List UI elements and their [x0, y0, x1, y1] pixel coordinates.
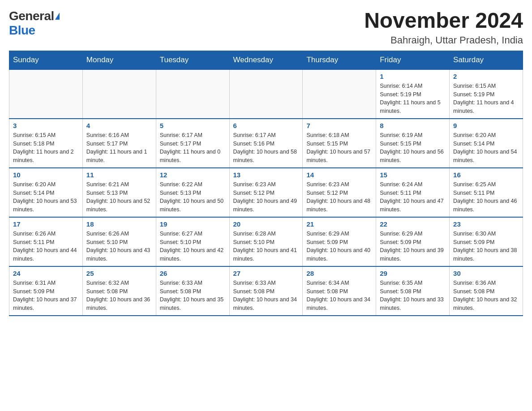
calendar-cell: 24Sunrise: 6:31 AM Sunset: 5:09 PM Dayli… — [9, 266, 83, 316]
calendar-cell — [82, 69, 156, 119]
header-row: SundayMondayTuesdayWednesdayThursdayFrid… — [9, 51, 523, 69]
header-monday: Monday — [82, 51, 156, 69]
day-number: 24 — [13, 270, 79, 277]
title-section: November 2024 Bahraigh, Uttar Pradesh, I… — [364, 9, 523, 46]
day-number: 19 — [160, 220, 226, 228]
calendar-cell: 22Sunrise: 6:29 AM Sunset: 5:09 PM Dayli… — [376, 217, 450, 266]
day-number: 6 — [233, 122, 299, 129]
calendar-cell: 9Sunrise: 6:20 AM Sunset: 5:14 PM Daylig… — [450, 119, 523, 168]
day-number: 7 — [306, 122, 372, 129]
day-info: Sunrise: 6:27 AM Sunset: 5:10 PM Dayligh… — [160, 230, 226, 263]
day-info: Sunrise: 6:23 AM Sunset: 5:12 PM Dayligh… — [233, 180, 299, 214]
header-friday: Friday — [376, 51, 450, 69]
day-info: Sunrise: 6:31 AM Sunset: 5:09 PM Dayligh… — [13, 279, 79, 313]
day-info: Sunrise: 6:36 AM Sunset: 5:08 PM Dayligh… — [453, 279, 519, 313]
day-number: 1 — [380, 73, 446, 80]
calendar-cell: 20Sunrise: 6:28 AM Sunset: 5:10 PM Dayli… — [229, 217, 303, 266]
day-number: 26 — [160, 270, 226, 277]
day-number: 21 — [306, 220, 372, 228]
calendar-week-3: 10Sunrise: 6:20 AM Sunset: 5:14 PM Dayli… — [9, 168, 523, 217]
day-info: Sunrise: 6:17 AM Sunset: 5:17 PM Dayligh… — [160, 131, 226, 165]
calendar-cell: 29Sunrise: 6:35 AM Sunset: 5:08 PM Dayli… — [376, 266, 450, 316]
calendar-cell: 21Sunrise: 6:29 AM Sunset: 5:09 PM Dayli… — [303, 217, 376, 266]
day-number: 30 — [453, 270, 519, 277]
calendar-cell: 6Sunrise: 6:17 AM Sunset: 5:16 PM Daylig… — [229, 119, 303, 168]
day-number: 10 — [13, 171, 79, 179]
calendar-cell: 27Sunrise: 6:33 AM Sunset: 5:08 PM Dayli… — [229, 266, 303, 316]
calendar-cell — [156, 69, 229, 119]
header-thursday: Thursday — [303, 51, 376, 69]
calendar-cell: 23Sunrise: 6:30 AM Sunset: 5:09 PM Dayli… — [450, 217, 523, 266]
logo-general-text: General — [9, 9, 54, 23]
calendar-cell — [229, 69, 303, 119]
day-info: Sunrise: 6:26 AM Sunset: 5:11 PM Dayligh… — [13, 230, 79, 263]
day-info: Sunrise: 6:35 AM Sunset: 5:08 PM Dayligh… — [380, 279, 446, 313]
calendar-cell: 5Sunrise: 6:17 AM Sunset: 5:17 PM Daylig… — [156, 119, 229, 168]
day-info: Sunrise: 6:30 AM Sunset: 5:09 PM Dayligh… — [453, 230, 519, 263]
header-wednesday: Wednesday — [229, 51, 303, 69]
day-info: Sunrise: 6:29 AM Sunset: 5:09 PM Dayligh… — [306, 230, 372, 263]
logo-blue-text: Blue — [9, 23, 35, 38]
calendar-cell: 2Sunrise: 6:15 AM Sunset: 5:19 PM Daylig… — [450, 69, 523, 119]
calendar-cell: 26Sunrise: 6:33 AM Sunset: 5:08 PM Dayli… — [156, 266, 229, 316]
calendar-week-4: 17Sunrise: 6:26 AM Sunset: 5:11 PM Dayli… — [9, 217, 523, 266]
calendar-cell: 16Sunrise: 6:25 AM Sunset: 5:11 PM Dayli… — [450, 168, 523, 217]
logo: General Blue — [9, 9, 60, 38]
day-number: 14 — [306, 171, 372, 179]
day-number: 28 — [306, 270, 372, 277]
header-tuesday: Tuesday — [156, 51, 229, 69]
logo-triangle-icon — [55, 13, 60, 20]
calendar-cell: 8Sunrise: 6:19 AM Sunset: 5:15 PM Daylig… — [376, 119, 450, 168]
day-number: 27 — [233, 270, 299, 277]
day-number: 23 — [453, 220, 519, 228]
day-number: 15 — [380, 171, 446, 179]
calendar-cell: 13Sunrise: 6:23 AM Sunset: 5:12 PM Dayli… — [229, 168, 303, 217]
day-info: Sunrise: 6:20 AM Sunset: 5:14 PM Dayligh… — [13, 180, 79, 214]
day-number: 20 — [233, 220, 299, 228]
day-info: Sunrise: 6:22 AM Sunset: 5:13 PM Dayligh… — [160, 180, 226, 214]
day-info: Sunrise: 6:34 AM Sunset: 5:08 PM Dayligh… — [306, 279, 372, 313]
day-number: 4 — [86, 122, 152, 129]
day-info: Sunrise: 6:14 AM Sunset: 5:19 PM Dayligh… — [380, 82, 446, 116]
calendar-cell: 28Sunrise: 6:34 AM Sunset: 5:08 PM Dayli… — [303, 266, 376, 316]
day-number: 5 — [160, 122, 226, 129]
day-number: 13 — [233, 171, 299, 179]
day-info: Sunrise: 6:16 AM Sunset: 5:17 PM Dayligh… — [86, 131, 152, 165]
calendar-body: 1Sunrise: 6:14 AM Sunset: 5:19 PM Daylig… — [9, 69, 523, 316]
day-info: Sunrise: 6:26 AM Sunset: 5:10 PM Dayligh… — [86, 230, 152, 263]
calendar-cell: 14Sunrise: 6:23 AM Sunset: 5:12 PM Dayli… — [303, 168, 376, 217]
header-saturday: Saturday — [450, 51, 523, 69]
calendar-cell: 15Sunrise: 6:24 AM Sunset: 5:11 PM Dayli… — [376, 168, 450, 217]
calendar-cell: 4Sunrise: 6:16 AM Sunset: 5:17 PM Daylig… — [82, 119, 156, 168]
calendar-week-1: 1Sunrise: 6:14 AM Sunset: 5:19 PM Daylig… — [9, 69, 523, 119]
day-info: Sunrise: 6:17 AM Sunset: 5:16 PM Dayligh… — [233, 131, 299, 165]
calendar-cell — [303, 69, 376, 119]
day-number: 17 — [13, 220, 79, 228]
calendar-week-5: 24Sunrise: 6:31 AM Sunset: 5:09 PM Dayli… — [9, 266, 523, 316]
day-info: Sunrise: 6:24 AM Sunset: 5:11 PM Dayligh… — [380, 180, 446, 214]
day-number: 16 — [453, 171, 519, 179]
day-info: Sunrise: 6:18 AM Sunset: 5:15 PM Dayligh… — [306, 131, 372, 165]
day-number: 3 — [13, 122, 79, 129]
calendar-cell: 3Sunrise: 6:15 AM Sunset: 5:18 PM Daylig… — [9, 119, 83, 168]
calendar-cell: 25Sunrise: 6:32 AM Sunset: 5:08 PM Dayli… — [82, 266, 156, 316]
day-number: 11 — [86, 171, 152, 179]
day-number: 2 — [453, 73, 519, 80]
calendar-cell: 17Sunrise: 6:26 AM Sunset: 5:11 PM Dayli… — [9, 217, 83, 266]
day-info: Sunrise: 6:28 AM Sunset: 5:10 PM Dayligh… — [233, 230, 299, 263]
day-number: 18 — [86, 220, 152, 228]
month-year-title: November 2024 — [364, 9, 523, 33]
day-number: 9 — [453, 122, 519, 129]
calendar-cell: 10Sunrise: 6:20 AM Sunset: 5:14 PM Dayli… — [9, 168, 83, 217]
day-info: Sunrise: 6:15 AM Sunset: 5:18 PM Dayligh… — [13, 131, 79, 165]
calendar-cell: 7Sunrise: 6:18 AM Sunset: 5:15 PM Daylig… — [303, 119, 376, 168]
calendar-header: SundayMondayTuesdayWednesdayThursdayFrid… — [9, 51, 523, 69]
day-info: Sunrise: 6:15 AM Sunset: 5:19 PM Dayligh… — [453, 82, 519, 116]
calendar-week-2: 3Sunrise: 6:15 AM Sunset: 5:18 PM Daylig… — [9, 119, 523, 168]
day-info: Sunrise: 6:23 AM Sunset: 5:12 PM Dayligh… — [306, 180, 372, 214]
day-number: 25 — [86, 270, 152, 277]
page-header: General Blue November 2024 Bahraigh, Utt… — [9, 9, 523, 46]
day-number: 12 — [160, 171, 226, 179]
calendar-cell — [9, 69, 83, 119]
calendar-cell: 1Sunrise: 6:14 AM Sunset: 5:19 PM Daylig… — [376, 69, 450, 119]
